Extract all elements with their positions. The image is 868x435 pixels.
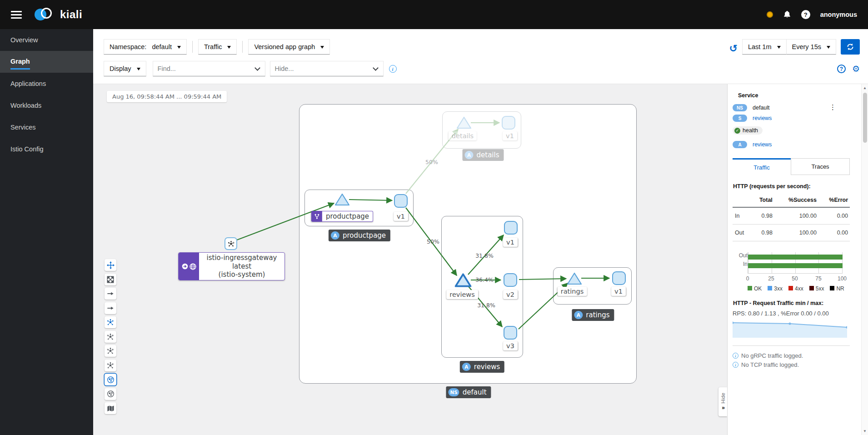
reviews-v2-node[interactable]	[504, 273, 517, 287]
graph-control-graph-layout-2[interactable]	[105, 345, 116, 357]
find-hide-info-icon[interactable]: i	[389, 65, 397, 73]
duration-dropdown[interactable]: Last 1m	[742, 39, 787, 55]
graph-tag-ratings[interactable]: Aratings	[572, 309, 614, 321]
traffic-bar-In	[748, 263, 843, 268]
graph-tag-default[interactable]: NSdefault	[446, 386, 491, 398]
namespace-dropdown[interactable]: Namespace: default	[104, 39, 187, 55]
ratings-v1-node[interactable]	[612, 271, 626, 285]
scroll-down-icon[interactable]: ▼	[863, 427, 867, 435]
productpage-v1-node[interactable]	[394, 194, 408, 208]
kebab-menu-icon[interactable]: ⋮	[829, 103, 836, 111]
graph-control-arrow-forward-alt[interactable]	[105, 302, 116, 314]
graph-control-graph-layout-1[interactable]	[105, 331, 116, 343]
sidebar-item-overview[interactable]: Overview	[0, 29, 93, 51]
node-label-v3: v3	[503, 341, 518, 350]
gateway-globe-icon	[190, 263, 196, 270]
sidebar-item-workloads[interactable]: Workloads	[0, 95, 93, 116]
graph-controls	[105, 259, 116, 414]
details-app-node[interactable]	[456, 116, 472, 130]
user-menu[interactable]: anonymous	[820, 11, 857, 18]
graph-tag-details[interactable]: Adetails	[463, 149, 504, 161]
rps-sparkline-chart	[733, 320, 847, 338]
kiali-logo-icon	[35, 7, 55, 22]
chevron-down-icon[interactable]	[373, 65, 379, 71]
service-link[interactable]: reviews	[753, 115, 772, 121]
edge-traffic-label: 36.4%	[475, 276, 494, 283]
top-bar: kiali ? anonymous	[0, 0, 868, 29]
chevron-down-icon	[320, 46, 324, 50]
graph-area[interactable]: 50%31.8%36.4%31.8%50% detailsv1 productp…	[93, 84, 727, 435]
graph-control-graph-layout-3[interactable]	[105, 360, 116, 371]
node-label-ratings: ratings	[558, 287, 587, 296]
sidebar-item-istio-config[interactable]: Istio Config	[0, 138, 93, 160]
mesh-status-icon[interactable]	[767, 11, 773, 18]
table-row-in: In 0.98 100.00 0.00	[733, 207, 850, 225]
tab-traces[interactable]: Traces	[791, 158, 850, 175]
http-rps-heading: HTTP (requests per second):	[733, 183, 850, 190]
chevron-down-icon	[827, 46, 830, 50]
graph-tag-reviews[interactable]: Areviews	[460, 361, 504, 373]
panel-scrollbar[interactable]: ▲ ▼	[861, 84, 868, 435]
graph-control-zoom-to-fit[interactable]	[105, 274, 116, 285]
help-icon[interactable]: ?	[801, 10, 810, 19]
graph-control-arrow-forward[interactable]	[105, 288, 116, 300]
reviews-app-node[interactable]	[454, 273, 472, 288]
traffic-dropdown[interactable]: Traffic	[198, 39, 237, 55]
ratings-app-node[interactable]	[567, 272, 582, 285]
scrollbar-thumb[interactable]	[863, 93, 867, 143]
chevron-down-icon[interactable]	[254, 65, 260, 71]
display-dropdown[interactable]: Display	[104, 61, 146, 76]
minmax-values: RPS: 0.80 / 1.13 , %Error 0.00 / 0.00	[733, 310, 850, 317]
hamburger-menu-icon[interactable]	[11, 11, 22, 19]
sidebar-item-services[interactable]: Services	[0, 116, 93, 138]
graph-control-legend[interactable]	[105, 388, 116, 400]
mesh-icon	[228, 240, 234, 247]
refresh-interval-dropdown[interactable]: Every 15s	[787, 39, 836, 55]
kiali-logo[interactable]: kiali	[35, 7, 82, 22]
time-range-history-icon[interactable]: ↺	[729, 44, 737, 54]
node-label-v1: v1	[503, 238, 518, 247]
panel-tabs: Traffic Traces	[733, 158, 850, 175]
edge-traffic-label: 31.8%	[475, 252, 494, 259]
root-arrow-icon	[182, 263, 188, 270]
chevron-down-icon	[777, 46, 781, 50]
productpage-app-node[interactable]	[334, 193, 350, 206]
graph-type-dropdown[interactable]: Versioned app graph	[248, 39, 330, 55]
graph-help-icon[interactable]: ?	[837, 65, 846, 73]
chevron-down-icon	[227, 46, 231, 50]
chevron-down-icon	[137, 68, 140, 72]
sidebar-item-graph[interactable]: Graph	[0, 51, 93, 73]
traffic-bar-chart: Out In 0255075100 OK3xx4xx5xxNR	[733, 252, 850, 292]
app-link[interactable]: reviews	[753, 141, 772, 148]
health-badge[interactable]: ✓ health	[733, 126, 763, 135]
hide-input[interactable]	[275, 65, 370, 72]
graph-control-drag-mode[interactable]	[105, 259, 116, 271]
node-label-v1: v1	[503, 131, 517, 140]
traffic-bar-Out	[748, 255, 843, 260]
graph-control-legend-active[interactable]	[105, 374, 116, 385]
chevron-down-icon	[177, 46, 181, 50]
notifications-bell-icon[interactable]	[783, 10, 791, 19]
istio-ingressgateway-node[interactable]	[224, 237, 237, 250]
sidebar-item-applications[interactable]: Applications	[0, 73, 93, 95]
panel-title: Service	[738, 92, 850, 99]
tab-traffic[interactable]: Traffic	[733, 158, 791, 175]
graph-control-graph-layout-active[interactable]	[105, 316, 116, 328]
node-label-details: details	[449, 131, 477, 140]
graph-settings-icon[interactable]: ⚙	[852, 65, 860, 73]
kiali-app: kiali ? anonymous Overview Graph Applica…	[0, 0, 868, 435]
details-v1-node[interactable]	[502, 116, 515, 130]
service-detail-panel: Service ⋮ NS default S reviews ✓ health	[727, 84, 868, 435]
graph-tag-productpage[interactable]: Aproductpage	[329, 230, 390, 241]
find-input[interactable]	[158, 65, 252, 72]
node-label-v1: v1	[394, 212, 408, 221]
edge-traffic-label: 31.8%	[477, 302, 495, 309]
graph-toolbar-primary: Namespace: default Traffic Versioned app…	[93, 29, 868, 59]
graph-control-minimap[interactable]	[105, 402, 116, 414]
app-badge-icon: A	[574, 311, 583, 319]
refresh-button[interactable]	[841, 39, 860, 55]
panel-collapse-button[interactable]: Hide »	[718, 387, 727, 416]
reviews-v1-node[interactable]	[504, 221, 518, 235]
scroll-up-icon[interactable]: ▲	[863, 84, 867, 92]
reviews-v3-node[interactable]	[504, 326, 517, 340]
